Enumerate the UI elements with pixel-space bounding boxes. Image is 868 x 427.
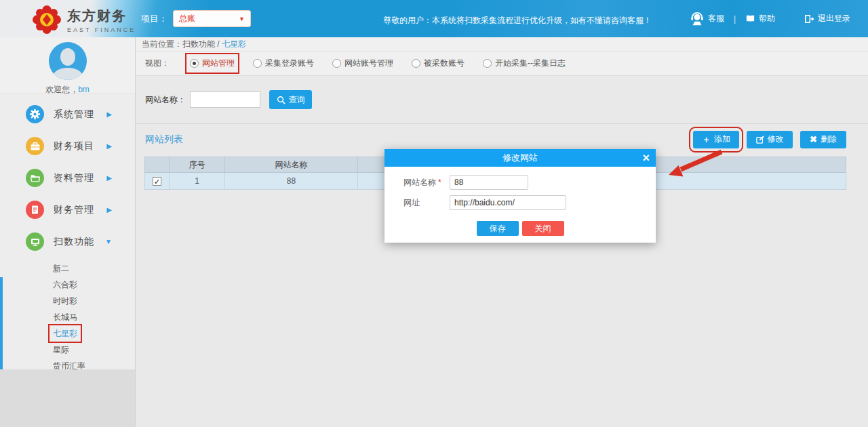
cancel-button[interactable]: 关闭 xyxy=(522,221,564,236)
edit-button-label: 修改 xyxy=(768,134,784,145)
project-label: 项目： xyxy=(141,13,167,25)
help-link[interactable]: 帮助 xyxy=(745,13,775,24)
sidebar-item-finance-projects[interactable]: 财务项目 ▶ xyxy=(0,130,135,162)
radio-site-management[interactable]: 网站管理 xyxy=(190,58,235,69)
radio-start-collect-log[interactable]: 开始采集--采集日志 xyxy=(483,58,566,69)
edit-icon xyxy=(756,136,764,144)
annotation-box-qixingcai: 七星彩 xyxy=(53,329,77,338)
menu-label: 财务管理 xyxy=(54,204,94,216)
add-button[interactable]: ＋ 添加 xyxy=(693,131,739,148)
submenu-item-shishicai[interactable]: 时时彩 xyxy=(0,293,135,309)
user-avatar xyxy=(49,42,87,80)
site-name-input[interactable] xyxy=(190,92,260,108)
logo-subtitle: EAST FINANCE xyxy=(67,26,136,33)
required-asterisk: * xyxy=(438,178,441,187)
breadcrumb-prefix: 当前位置： xyxy=(142,39,182,49)
radio-label: 开始采集--采集日志 xyxy=(495,58,566,69)
field-label-text: 网站名称 xyxy=(403,178,436,187)
app-header: 东方财务 EAST FINANCE 项目： 总账 ▼ 尊敬的用户：本系统将扫数采… xyxy=(0,0,868,37)
welcome-prefix: 欢迎您， xyxy=(45,85,78,94)
query-button[interactable]: 查询 xyxy=(269,90,312,109)
sidebar-item-data-management[interactable]: 资料管理 ▶ xyxy=(0,162,135,194)
edit-site-modal: 修改网站 × 网站名称* 网址 保存 关闭 xyxy=(384,149,656,243)
user-profile: 欢迎您，bm xyxy=(0,37,135,94)
chevron-right-icon: ▶ xyxy=(106,174,112,182)
x-icon: ✖ xyxy=(810,134,817,144)
view-label: 视图： xyxy=(145,58,170,69)
submenu-item-qixingcai-active[interactable]: 七星彩 xyxy=(0,325,135,342)
customer-service-label: 客服 xyxy=(708,13,724,24)
briefcase-icon xyxy=(26,137,44,155)
customer-service-link[interactable]: 客服 xyxy=(690,12,724,26)
menu-label: 系统管理 xyxy=(54,108,94,121)
close-icon[interactable]: × xyxy=(642,150,650,166)
radio-icon xyxy=(332,59,341,68)
submenu-item-xingji[interactable]: 星际 xyxy=(0,342,135,358)
delete-button[interactable]: ✖ 删除 xyxy=(800,131,846,148)
sidebar-item-scan-functions[interactable]: 扫数功能 ▼ xyxy=(0,226,135,258)
chevron-right-icon: ▶ xyxy=(106,142,112,150)
radio-icon xyxy=(253,59,262,68)
monitor-icon xyxy=(26,232,44,251)
link-separator: | xyxy=(734,14,736,24)
query-button-label: 查询 xyxy=(289,94,305,106)
column-site-name: 网站名称 xyxy=(225,157,358,173)
avatar-head xyxy=(60,48,75,66)
menu-label: 扫数功能 xyxy=(54,236,94,248)
sidebar-footer-area xyxy=(0,369,135,427)
modal-site-name-label: 网站名称* xyxy=(403,177,444,188)
breadcrumb-current: 七星彩 xyxy=(222,39,246,49)
breadcrumb: 当前位置：扫数功能 / 七星彩 xyxy=(136,37,868,52)
logo-title: 东方财务 xyxy=(67,7,136,25)
column-checkbox xyxy=(145,157,170,173)
modal-buttons: 保存 关闭 xyxy=(384,221,656,236)
edit-button[interactable]: 修改 xyxy=(747,131,793,148)
modal-url-label: 网址 xyxy=(403,197,444,209)
checkbox-checked-icon[interactable]: ✓ xyxy=(153,177,161,186)
add-button-label: 添加 xyxy=(714,134,730,145)
chevron-right-icon: ▶ xyxy=(106,110,112,118)
modal-site-name-input[interactable] xyxy=(450,175,528,190)
row-checkbox-cell: ✓ xyxy=(145,173,170,190)
submenu-item-xiner[interactable]: 新二 xyxy=(0,260,135,277)
site-name-label: 网站名称： xyxy=(145,94,186,106)
radio-collected-accounts[interactable]: 被采数账号 xyxy=(412,58,465,69)
modal-field-url: 网址 xyxy=(403,195,566,210)
header-notice: 尊敬的用户：本系统将扫数采集流程进行优化升级，如有不懂请咨询客服！ xyxy=(383,15,682,26)
save-button[interactable]: 保存 xyxy=(477,221,519,236)
search-row: 网站名称： 查询 xyxy=(136,76,868,109)
sidebar-item-system-management[interactable]: 系统管理 ▶ xyxy=(0,98,135,130)
modal-title-bar: 修改网站 × xyxy=(384,149,656,167)
list-action-buttons: ＋ 添加 修改 ✖ 删除 xyxy=(693,131,846,148)
radio-site-account-management[interactable]: 网站账号管理 xyxy=(332,58,393,69)
delete-button-label: 删除 xyxy=(821,134,837,145)
book-icon xyxy=(745,14,755,24)
sidebar-item-finance-management[interactable]: 财务管理 ▶ xyxy=(0,194,135,226)
search-icon xyxy=(277,96,285,104)
username-link[interactable]: bm xyxy=(78,85,90,94)
folder-icon xyxy=(26,169,44,187)
radio-label: 网站账号管理 xyxy=(344,58,393,69)
column-seq: 序号 xyxy=(170,157,225,173)
logout-icon xyxy=(804,14,814,24)
project-selector-group: 项目： 总账 ▼ xyxy=(141,10,251,27)
menu-label: 财务项目 xyxy=(54,140,94,152)
headset-icon xyxy=(690,12,705,26)
modal-field-site-name: 网站名称* xyxy=(403,175,528,190)
gear-icon xyxy=(26,105,44,123)
menu-label: 资料管理 xyxy=(54,172,94,184)
logout-label: 退出登录 xyxy=(818,13,850,24)
annotation-arrow xyxy=(662,146,726,182)
chevron-right-icon: ▶ xyxy=(106,206,112,214)
logout-link[interactable]: 退出登录 xyxy=(804,13,850,24)
view-tabs-row: 视图： 网站管理 采集登录账号 网站账号管理 被采数账号 开始采集--采集日志 xyxy=(136,52,868,76)
logo: 东方财务 EAST FINANCE xyxy=(33,5,136,34)
sidebar-menu: 系统管理 ▶ 财务项目 ▶ 资料管理 ▶ xyxy=(0,94,135,378)
submenu-item-changchengma[interactable]: 长城马 xyxy=(0,309,135,325)
modal-url-input[interactable] xyxy=(450,195,566,210)
submenu-item-liuhecai[interactable]: 六合彩 xyxy=(0,277,135,293)
site-list-title: 网站列表 xyxy=(145,134,183,146)
project-dropdown[interactable]: 总账 ▼ xyxy=(173,10,251,27)
logo-flower-icon xyxy=(33,5,61,34)
radio-collect-login-accounts[interactable]: 采集登录账号 xyxy=(253,58,314,69)
